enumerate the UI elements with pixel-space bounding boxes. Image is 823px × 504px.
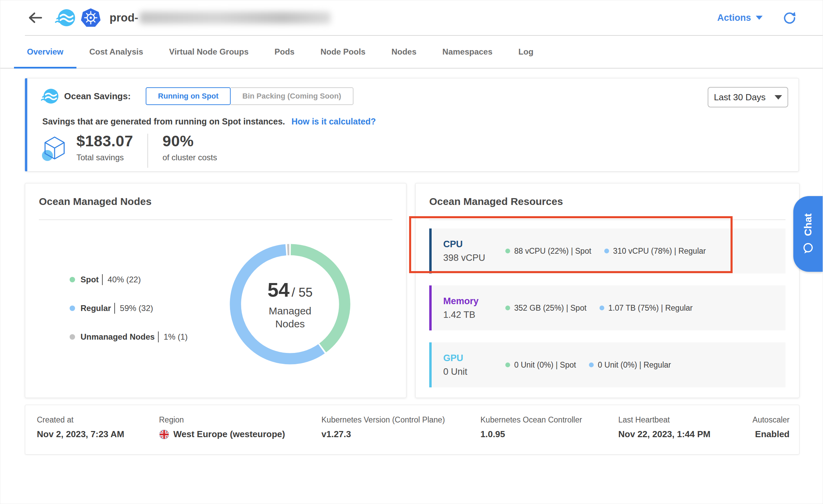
savings-section-label: Ocean Savings: xyxy=(64,91,131,102)
percent-block: 90% of cluster costs xyxy=(162,132,217,162)
stat-text: 310 vCPU (78%) | Regular xyxy=(613,247,706,256)
chat-label: Chat xyxy=(802,213,814,236)
toggle-bin-packing[interactable]: Bin Packing (Coming Soon) xyxy=(231,87,353,105)
managed-nodes-title: Ocean Managed Nodes xyxy=(39,196,151,207)
ocean-cluster-overview-page: prod- Actions Overview Cost Analysis Vir… xyxy=(0,0,823,504)
cluster-name-redacted xyxy=(140,12,331,24)
total-savings-value: $183.07 xyxy=(76,132,133,150)
period-dropdown[interactable]: Last 30 Days xyxy=(708,87,788,107)
info-value: v1.27.3 xyxy=(321,429,445,440)
memory-regular-stat: 1.07 TB (75%) | Regular xyxy=(600,303,693,313)
legend-value: 40% (22) xyxy=(102,274,141,285)
ocean-savings-card: Ocean Savings: Running on Spot Bin Packi… xyxy=(25,78,799,172)
tab-bar: Overview Cost Analysis Virtual Node Grou… xyxy=(0,36,823,69)
kubernetes-logo-icon xyxy=(81,8,101,27)
stat-text: 352 GB (25%) | Spot xyxy=(514,303,587,313)
header: prod- Actions xyxy=(0,0,823,35)
period-value: Last 30 Days xyxy=(714,92,766,103)
uk-flag-icon xyxy=(159,429,169,440)
total-savings-label: Total savings xyxy=(76,153,133,162)
ocean-waves-icon xyxy=(40,88,59,104)
spot-dot-icon xyxy=(505,362,510,367)
info-ocean-controller: Kubernetes Ocean Controller 1.0.95 xyxy=(480,415,582,440)
managed-resources-title: Ocean Managed Resources xyxy=(429,196,563,207)
savings-metrics: $183.07 Total savings 90% of cluster cos… xyxy=(41,132,217,168)
tab-node-pools[interactable]: Node Pools xyxy=(307,36,378,68)
info-label: Kubernetes Version (Control Plane) xyxy=(321,415,445,425)
back-button[interactable] xyxy=(27,10,45,26)
savings-mode-toggle: Running on Spot Bin Packing (Coming Soon… xyxy=(146,87,353,105)
regular-dot-icon xyxy=(589,362,594,367)
tab-virtual-node-groups[interactable]: Virtual Node Groups xyxy=(156,36,262,68)
gpu-spot-stat: 0 Unit (0%) | Spot xyxy=(505,360,576,370)
regular-dot-icon xyxy=(600,306,604,310)
chat-button[interactable]: Chat xyxy=(793,196,823,272)
spot-dot-icon xyxy=(505,306,510,310)
chat-bubble-icon xyxy=(802,242,814,254)
tab-overview[interactable]: Overview xyxy=(14,36,76,68)
unmanaged-dot-icon xyxy=(70,334,75,340)
resource-name: Memory xyxy=(443,296,505,307)
metrics-divider xyxy=(147,134,148,168)
info-label: Region xyxy=(159,415,285,425)
regular-dot-icon xyxy=(70,306,75,311)
managed-nodes-card: Ocean Managed Nodes Spot 40% (22) Regula… xyxy=(25,183,406,398)
info-value: Nov 22, 2023, 1:44 PM xyxy=(618,429,710,440)
chevron-down-icon xyxy=(756,16,763,20)
info-value: Nov 2, 2023, 7:23 AM xyxy=(37,429,124,440)
tab-cost-analysis[interactable]: Cost Analysis xyxy=(76,36,156,68)
legend-item-unmanaged: Unmanaged Nodes 1% (1) xyxy=(70,331,188,342)
managed-resources-card: Ocean Managed Resources CPU 398 vCPU 88 … xyxy=(415,183,799,398)
managed-nodes-donut-chart: 54 / 55 Managed Nodes xyxy=(229,243,351,365)
savings-header-row: Ocean Savings: Running on Spot Bin Packi… xyxy=(40,87,353,105)
info-value: 1.0.95 xyxy=(480,429,582,440)
refresh-button[interactable] xyxy=(782,11,797,25)
tab-nodes[interactable]: Nodes xyxy=(378,36,429,68)
how-calculated-link[interactable]: How is it calculated? xyxy=(291,117,376,126)
tab-namespaces[interactable]: Namespaces xyxy=(430,36,506,68)
resource-name: GPU xyxy=(443,353,505,364)
gpu-regular-stat: 0 Unit (0%) | Regular xyxy=(589,360,671,370)
cpu-spot-stat: 88 vCPU (22%) | Spot xyxy=(505,247,591,256)
page-title: prod- xyxy=(110,11,331,24)
tab-pods[interactable]: Pods xyxy=(261,36,307,68)
resource-total: 0 Unit xyxy=(443,367,505,377)
resource-name: CPU xyxy=(443,239,505,250)
regular-dot-icon xyxy=(604,249,609,253)
percent-value: 90% xyxy=(162,132,217,150)
cluster-info-bar: Created at Nov 2, 2023, 7:23 AM Region xyxy=(25,405,799,455)
resource-total: 398 vCPU xyxy=(443,253,505,263)
spot-dot-icon xyxy=(505,249,510,253)
savings-description: Savings that are generated from running … xyxy=(42,117,376,127)
legend-item-spot: Spot 40% (22) xyxy=(70,274,188,285)
donut-caption: Managed Nodes xyxy=(254,305,326,330)
resource-rows: CPU 398 vCPU 88 vCPU (22%) | Spot 310 vC… xyxy=(429,228,785,399)
arrow-left-icon xyxy=(27,10,43,26)
divider xyxy=(39,220,392,220)
legend-label: Regular xyxy=(81,303,111,313)
info-value: Enabled xyxy=(752,429,790,440)
stat-text: 1.07 TB (75%) | Regular xyxy=(608,303,693,313)
tab-log[interactable]: Log xyxy=(505,36,546,68)
spot-dot-icon xyxy=(70,277,75,282)
legend-label: Unmanaged Nodes xyxy=(81,332,155,342)
resource-row-memory: Memory 1.42 TB 352 GB (25%) | Spot 1.07 … xyxy=(429,285,785,330)
memory-spot-stat: 352 GB (25%) | Spot xyxy=(505,303,587,313)
actions-dropdown-button[interactable]: Actions xyxy=(717,13,763,23)
info-value: West Europe (westeurope) xyxy=(173,429,285,440)
info-k8s-version: Kubernetes Version (Control Plane) v1.27… xyxy=(321,415,445,440)
legend-value: 1% (1) xyxy=(158,331,188,342)
cluster-name-prefix: prod- xyxy=(110,11,138,24)
actions-label: Actions xyxy=(717,13,751,23)
toggle-running-on-spot[interactable]: Running on Spot xyxy=(146,87,231,105)
info-last-heartbeat: Last Heartbeat Nov 22, 2023, 1:44 PM xyxy=(618,415,710,440)
donut-center-text: 54 / 55 Managed Nodes xyxy=(229,243,351,365)
stat-text: 0 Unit (0%) | Spot xyxy=(514,360,576,370)
info-label: Last Heartbeat xyxy=(618,415,710,425)
savings-cube-icon xyxy=(41,134,68,163)
legend-label: Spot xyxy=(81,275,99,284)
stat-text: 88 vCPU (22%) | Spot xyxy=(514,247,591,256)
savings-description-text: Savings that are generated from running … xyxy=(42,117,285,126)
managed-count: 54 xyxy=(268,278,290,301)
stat-text: 0 Unit (0%) | Regular xyxy=(598,360,671,370)
